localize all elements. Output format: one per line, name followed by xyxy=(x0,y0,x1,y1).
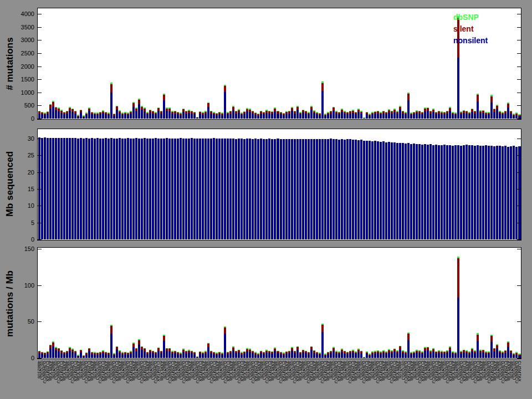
bar-segment xyxy=(435,112,437,114)
bar-segment xyxy=(515,114,518,115)
bar-segment xyxy=(41,138,43,239)
bar-segment xyxy=(369,356,371,358)
bar-segment xyxy=(116,106,118,106)
bar-segment xyxy=(393,110,396,112)
bar-segment xyxy=(449,350,451,358)
bar-segment xyxy=(377,111,379,112)
bar-segment xyxy=(218,114,221,119)
bar-segment xyxy=(380,351,382,352)
bar-segment xyxy=(380,114,382,119)
bar-segment xyxy=(360,114,362,119)
bar-segment xyxy=(105,352,107,354)
bar-segment xyxy=(49,349,52,358)
bar-segment xyxy=(257,139,259,239)
bar-segment xyxy=(327,352,329,354)
bar-segment xyxy=(174,351,176,351)
bar-segment xyxy=(238,352,240,358)
bar-segment xyxy=(421,354,423,358)
bar-segment xyxy=(352,351,354,353)
bar-segment xyxy=(171,139,173,239)
bar-segment xyxy=(474,350,476,351)
y-tick-label: 5 xyxy=(13,219,34,226)
bar-segment xyxy=(507,347,509,358)
bar-segment xyxy=(91,114,93,119)
bar-segment xyxy=(71,109,74,111)
bar-segment xyxy=(213,138,215,239)
bar-segment xyxy=(490,96,493,103)
bar-segment xyxy=(135,351,137,358)
bar-segment xyxy=(488,113,490,115)
bar-segment xyxy=(321,91,324,119)
bar-segment xyxy=(405,354,407,358)
bar-segment xyxy=(271,112,273,114)
bar-segment xyxy=(316,354,318,358)
bar-segment xyxy=(110,326,112,334)
bar-segment xyxy=(224,86,226,93)
bar-segment xyxy=(132,103,135,107)
bar-segment xyxy=(246,108,248,109)
bar-segment xyxy=(94,115,96,119)
bar-segment xyxy=(71,352,74,358)
bar-segment xyxy=(58,108,60,109)
bar-segment xyxy=(177,354,179,358)
bar-segment xyxy=(108,352,110,354)
figure: # mutations Mb sequenced mutations / Mb … xyxy=(0,0,532,399)
bar-segment xyxy=(83,356,85,356)
bar-segment xyxy=(232,139,234,239)
bar-segment xyxy=(202,139,204,239)
bar-segment xyxy=(391,350,393,351)
bar-segment xyxy=(155,114,157,119)
y-tick-label: 1000 xyxy=(13,89,34,96)
bar-segment xyxy=(330,351,332,353)
bar-segment xyxy=(319,115,321,119)
bar-segment xyxy=(196,117,198,118)
bar-segment xyxy=(357,352,360,358)
bar-segment xyxy=(344,351,346,352)
bar-segment xyxy=(199,114,201,119)
bar-segment xyxy=(88,348,90,349)
bar-segment xyxy=(468,354,470,358)
bar-segment xyxy=(80,138,82,239)
bar-segment xyxy=(496,345,498,349)
bar-segment xyxy=(168,139,171,239)
bar-segment xyxy=(155,354,157,358)
bar-segment xyxy=(477,341,479,358)
bar-segment xyxy=(277,111,279,111)
bar-segment xyxy=(138,345,140,358)
bar-segment xyxy=(335,352,337,354)
bar-segment xyxy=(102,139,104,239)
bar-segment xyxy=(243,352,245,354)
bar-segment xyxy=(132,344,135,347)
bar-segment xyxy=(263,112,265,113)
bar-segment xyxy=(294,351,296,353)
bar-segment xyxy=(305,111,307,112)
bar-segment xyxy=(449,108,451,111)
bar-segment xyxy=(449,346,451,347)
bar-segment xyxy=(413,351,415,352)
bar-segment xyxy=(132,139,135,239)
bar-segment xyxy=(113,353,115,354)
bar-segment xyxy=(382,111,385,111)
bar-segment xyxy=(202,115,204,119)
bar-segment xyxy=(210,114,212,119)
bar-segment xyxy=(227,352,229,354)
bar-segment xyxy=(66,138,68,239)
bar-segment xyxy=(146,114,149,119)
bar-segment xyxy=(216,352,218,353)
bar-segment xyxy=(454,353,457,355)
bar-segment xyxy=(199,112,201,114)
bar-segment xyxy=(352,111,354,113)
y-tick-label: 0 xyxy=(13,236,34,243)
bar-segment xyxy=(410,115,412,119)
bar-segment xyxy=(63,352,65,352)
bar-segment xyxy=(91,138,93,239)
bar-segment xyxy=(418,111,421,113)
bar-segment xyxy=(324,114,326,115)
bar-segment xyxy=(471,351,473,358)
bar-segment xyxy=(277,353,279,358)
bar-segment xyxy=(460,114,462,119)
bar-segment xyxy=(268,353,270,358)
bar-segment xyxy=(463,352,465,358)
bar-segment xyxy=(504,111,507,113)
bar-segment xyxy=(488,114,490,119)
